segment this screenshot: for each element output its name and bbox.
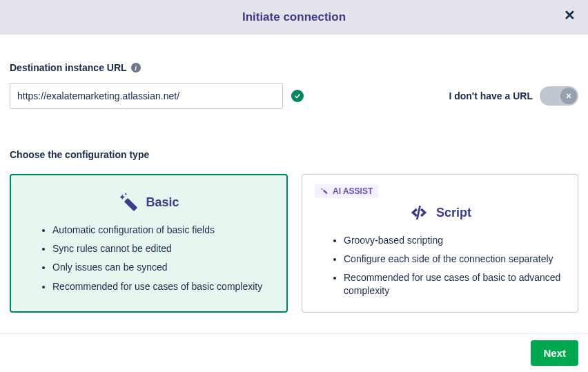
card-script[interactable]: AI ASSIST Script Groovy-based scripting … <box>302 174 578 313</box>
wand-small-icon <box>320 187 329 195</box>
modal-footer: Next <box>0 333 588 372</box>
card-basic[interactable]: Basic Automatic configuration of basic f… <box>10 174 288 313</box>
card-basic-head: Basic <box>23 192 274 213</box>
no-url-group: I don't have a URL <box>449 86 578 106</box>
url-row: I don't have a URL <box>10 83 578 109</box>
list-item: Sync rules cannot be edited <box>52 242 274 255</box>
modal-header: Initiate connection ✕ <box>0 0 588 35</box>
card-basic-bullets: Automatic configuration of basic fields … <box>23 224 274 293</box>
list-item: Groovy-based scripting <box>344 234 565 246</box>
modal-body: Destination instance URL i I don't have … <box>0 35 588 313</box>
modal-title: Initiate connection <box>242 10 346 24</box>
url-label: Destination instance URL <box>10 62 127 73</box>
no-url-toggle[interactable] <box>540 86 578 106</box>
ai-assist-badge: AI ASSIST <box>315 184 378 198</box>
svg-rect-0 <box>124 198 137 211</box>
info-icon[interactable]: i <box>131 63 141 72</box>
ai-assist-label: AI ASSIST <box>333 186 373 196</box>
next-button[interactable]: Next <box>531 340 578 366</box>
list-item: Recommended for use cases of basic compl… <box>52 280 274 293</box>
list-item: Configure each side of the connection se… <box>344 253 565 265</box>
close-button[interactable]: ✕ <box>564 8 576 22</box>
config-cards: Basic Automatic configuration of basic f… <box>10 174 578 313</box>
svg-rect-2 <box>416 206 421 219</box>
card-script-bullets: Groovy-based scripting Configure each si… <box>315 234 565 297</box>
wand-icon <box>118 192 139 213</box>
url-label-row: Destination instance URL i <box>10 62 578 73</box>
list-item: Only issues can be synced <box>52 261 274 273</box>
svg-rect-1 <box>323 190 328 195</box>
code-icon <box>409 202 429 223</box>
list-item: Automatic configuration of basic fields <box>52 224 274 236</box>
list-item: Recommended for use cases of basic to ad… <box>344 271 565 296</box>
close-icon: ✕ <box>564 8 576 23</box>
card-script-head: Script <box>315 202 565 223</box>
destination-url-input[interactable] <box>10 83 283 109</box>
no-url-label: I don't have a URL <box>449 90 533 101</box>
check-icon <box>291 90 304 102</box>
card-basic-title: Basic <box>146 195 179 210</box>
toggle-knob <box>560 88 577 104</box>
card-script-title: Script <box>436 206 471 220</box>
config-type-label: Choose the configuration type <box>10 149 578 160</box>
